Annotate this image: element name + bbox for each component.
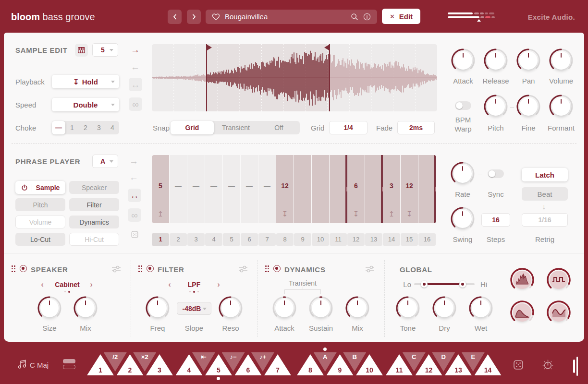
playhead-marker[interactable] [477, 19, 481, 22]
steps-value-box[interactable]: 16 [481, 213, 510, 227]
phrase-loop-button[interactable]: ∞ [128, 208, 141, 222]
attack-knob[interactable] [450, 47, 477, 74]
phrase-tab-hi-cut[interactable]: Hi-Cut [69, 233, 119, 246]
phrase-shift-left-button[interactable]: ← [129, 173, 138, 182]
step-cell-1[interactable]: 5↥ [152, 155, 169, 223]
step-number-15[interactable]: 15 [401, 233, 418, 246]
step-cell-4[interactable]: — [205, 155, 222, 223]
macro-spectrum-knob[interactable] [509, 266, 536, 293]
size-knob[interactable] [36, 295, 63, 322]
reverse-button[interactable]: ↔ [129, 78, 142, 91]
search-icon[interactable] [351, 13, 358, 21]
step-number-14[interactable]: 14 [383, 233, 400, 246]
step-cell-6[interactable]: — [241, 155, 258, 223]
humanize-button[interactable] [542, 359, 554, 373]
beat-button[interactable]: Beat [522, 187, 568, 201]
step-cell-2[interactable]: — [170, 155, 187, 223]
formant-knob[interactable] [548, 93, 575, 120]
phrase-randomize-button[interactable] [131, 230, 139, 240]
phrase-tab-filter[interactable]: Filter [69, 198, 119, 211]
phrase-reverse-button[interactable]: ↔ [128, 189, 141, 202]
step-number-3[interactable]: 3 [187, 233, 205, 246]
swing-knob[interactable] [449, 205, 476, 232]
filter-next-icon[interactable]: › [217, 280, 220, 289]
preset-field[interactable]: Bougainvillea [206, 10, 377, 24]
slope-dropdown[interactable]: -48dB [177, 302, 211, 315]
phrase-tab-sample[interactable]: Sample [15, 181, 65, 194]
mix-knob[interactable] [72, 295, 99, 322]
loop-button[interactable]: ∞ [129, 97, 142, 111]
step-cell-3[interactable]: — [187, 155, 205, 223]
step-cell-7[interactable]: — [258, 155, 276, 223]
latch-button[interactable]: Latch [522, 168, 568, 181]
speaker-prev-icon[interactable]: ‹ [41, 280, 44, 289]
rate-knob[interactable] [449, 160, 476, 187]
reso-knob[interactable] [217, 295, 244, 322]
drag-handle-icon[interactable] [265, 265, 269, 272]
step-cell-12[interactable]: 6↧ [347, 155, 365, 223]
step-cell-9[interactable] [294, 155, 311, 223]
step-number-1[interactable]: 1 [152, 233, 169, 246]
step-number-5[interactable]: 5 [223, 233, 240, 246]
step-cell-5[interactable]: — [223, 155, 240, 223]
step-cell-14[interactable]: 3↥ [383, 155, 400, 223]
phrase-tab-pitch[interactable]: Pitch [15, 198, 65, 211]
bpm-warp-toggle[interactable] [455, 101, 471, 110]
step-number-9[interactable]: 9 [294, 233, 311, 246]
step-number-7[interactable]: 7 [258, 233, 276, 246]
wet-knob[interactable] [467, 295, 494, 322]
phrase-tab-volume[interactable]: Volume [15, 216, 65, 228]
choke-option-1[interactable]: — [52, 121, 65, 134]
pitch-knob[interactable] [482, 93, 509, 120]
step-number-11[interactable]: 11 [330, 233, 347, 246]
step-number-16[interactable]: 16 [418, 233, 436, 246]
lo-hi-range-slider[interactable] [414, 283, 475, 285]
release-knob[interactable] [482, 47, 509, 74]
dry-knob[interactable] [431, 295, 458, 322]
macro-square-knob[interactable] [545, 266, 572, 293]
speed-dropdown[interactable]: Double [52, 98, 119, 111]
key-count-dropdown[interactable]: 5 [92, 43, 118, 57]
freq-knob[interactable] [144, 295, 171, 322]
filter-enable-button[interactable] [147, 265, 154, 272]
step-number-2[interactable]: 2 [170, 233, 187, 246]
step-cell-15[interactable]: 12↧ [401, 155, 418, 223]
step-cell-13[interactable] [365, 155, 382, 223]
segment-handle[interactable] [434, 155, 436, 223]
snap-option-2[interactable]: Transient [214, 121, 258, 134]
heart-icon[interactable] [212, 13, 220, 21]
prev-preset-button[interactable] [168, 10, 182, 24]
dynamics-settings-icon[interactable] [365, 265, 375, 273]
randomize-pads-button[interactable] [513, 359, 524, 372]
snap-option-1[interactable]: Grid [171, 121, 214, 134]
choke-option-4[interactable]: 3 [92, 121, 106, 134]
speaker-next-icon[interactable]: › [90, 280, 93, 289]
filter-prev-icon[interactable]: ‹ [168, 280, 171, 289]
phrase-tab-lo-cut[interactable]: Lo-Cut [15, 233, 65, 246]
macro-sine-knob[interactable] [545, 299, 572, 326]
fade-value-box[interactable]: 2ms [397, 121, 435, 134]
tone-knob[interactable] [394, 295, 421, 322]
step-cell-16[interactable] [418, 155, 436, 223]
speaker-enable-button[interactable] [20, 265, 27, 272]
step-number-12[interactable]: 12 [347, 233, 365, 246]
speaker-selector-value[interactable]: Cabinet [55, 281, 79, 288]
filter-selector-value[interactable]: LPF [188, 281, 200, 288]
phrase-tab-speaker[interactable]: Speaker [69, 181, 119, 194]
step-cell-11[interactable] [330, 155, 347, 223]
variation-dropdown[interactable]: A [92, 155, 118, 168]
step-number-10[interactable]: 10 [312, 233, 329, 246]
info-icon[interactable] [363, 13, 371, 21]
pan-knob[interactable] [515, 47, 542, 74]
fine-knob[interactable] [515, 93, 542, 120]
edit-button[interactable]: ✕ Edit [382, 9, 420, 24]
dyn-sustain-knob[interactable] [307, 295, 334, 322]
retrig-value-box[interactable]: 1/16 [522, 213, 568, 227]
step-cell-8[interactable]: 12↧ [276, 155, 294, 223]
filter-settings-icon[interactable] [238, 265, 248, 273]
step-number-4[interactable]: 4 [205, 233, 222, 246]
volume-knob[interactable] [548, 47, 575, 74]
macro-bump-knob[interactable] [509, 299, 536, 326]
phrase-shift-right-button[interactable]: → [129, 156, 138, 166]
range-handle-hi[interactable] [459, 281, 466, 288]
